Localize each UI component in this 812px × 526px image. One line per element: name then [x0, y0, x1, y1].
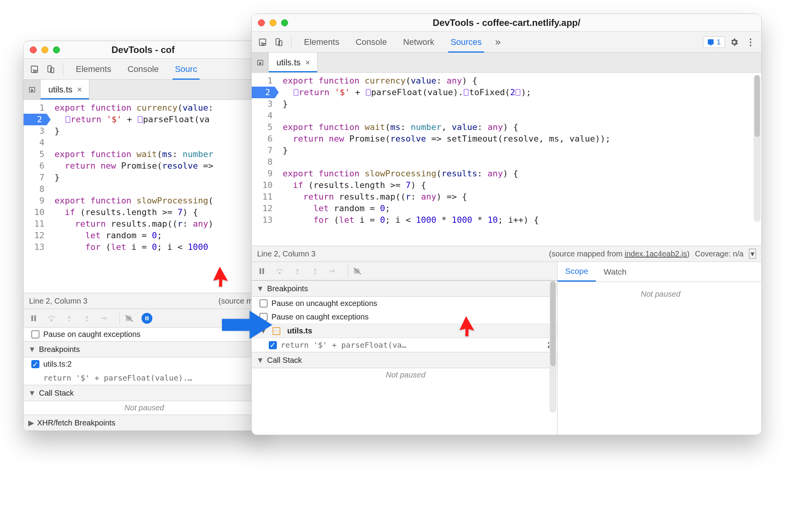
call-stack-header[interactable]: ▼Call Stack — [252, 352, 557, 368]
line-gutter[interactable]: 1 2 3 4 5 6 7 8 9 10 11 12 13 — [252, 73, 279, 246]
step-icon[interactable] — [99, 312, 111, 324]
svg-rect-10 — [145, 316, 147, 320]
step-over-icon[interactable] — [45, 312, 58, 324]
close-icon[interactable]: × — [305, 58, 310, 68]
navigator-toggle-icon[interactable] — [24, 80, 41, 99]
tab-elements[interactable]: Elements — [297, 32, 346, 53]
minimize-icon[interactable] — [41, 46, 48, 53]
breakpoint-marker[interactable]: 2 — [24, 114, 51, 125]
svg-point-9 — [102, 318, 103, 319]
gear-icon[interactable] — [727, 35, 741, 49]
line-gutter[interactable]: 1 2 3 4 5 6 7 8 9 10 11 12 13 — [24, 100, 51, 293]
step-icon[interactable] — [327, 265, 339, 277]
pause-on-caught-row[interactable]: Pause on caught exceptions — [252, 310, 557, 324]
svg-rect-4 — [31, 315, 33, 321]
svg-rect-11 — [147, 316, 148, 320]
pause-on-exceptions-icon[interactable] — [141, 312, 153, 324]
step-into-icon[interactable] — [291, 265, 304, 277]
devtools-toolbar: Elements Console Network Sources » 1 ⋮ — [252, 32, 761, 53]
svg-rect-5 — [34, 315, 36, 321]
file-tab-bar: utils.ts × — [24, 80, 263, 100]
device-icon[interactable] — [44, 62, 58, 76]
kebab-icon[interactable]: ⋮ — [744, 35, 757, 49]
navigator-toggle-icon[interactable] — [252, 53, 269, 72]
tab-sources[interactable]: Sources — [444, 32, 489, 53]
checkbox[interactable]: ✓ — [31, 360, 39, 368]
breakpoint-entry[interactable]: ✓ return '$' + parseFloat(va… 2 — [252, 338, 557, 352]
scope-watch-tabs: Scope Watch — [558, 262, 761, 282]
bp-file-row[interactable]: ▼ ⋯ utils.ts — [252, 324, 557, 338]
close-icon[interactable] — [30, 46, 37, 53]
titlebar[interactable]: DevTools - cof — [24, 41, 263, 59]
deactivate-breakpoints-icon[interactable] — [351, 265, 363, 277]
deactivate-breakpoints-icon[interactable] — [123, 312, 135, 324]
editor-status-bar: Line 2, Column 3 (source mapped from ind… — [252, 246, 761, 262]
cursor-position: Line 2, Column 3 — [29, 297, 87, 306]
inspect-icon[interactable] — [27, 62, 41, 76]
checkbox[interactable] — [31, 330, 39, 338]
cursor-position: Line 2, Column 3 — [257, 249, 316, 258]
step-out-icon[interactable] — [81, 312, 93, 324]
close-icon[interactable] — [258, 19, 265, 26]
breakpoints-header[interactable]: ▼Breakpoints — [252, 280, 557, 297]
svg-rect-16 — [259, 268, 261, 274]
issues-badge[interactable]: 1 — [703, 36, 725, 48]
maximize-icon[interactable] — [53, 46, 60, 53]
step-over-icon[interactable] — [273, 265, 286, 277]
breakpoint-marker[interactable]: 2 — [252, 87, 279, 98]
annotation-arrow-icon — [458, 315, 481, 338]
tab-console[interactable]: Console — [121, 59, 166, 80]
svg-point-20 — [314, 273, 316, 274]
step-out-icon[interactable] — [309, 265, 321, 277]
xhr-breakpoints-header[interactable]: ▶XHR/fetch Breakpoints — [24, 415, 263, 431]
tab-sources[interactable]: Sourc — [168, 59, 204, 80]
svg-point-21 — [330, 270, 331, 272]
call-stack-header[interactable]: ▼Call Stack — [24, 385, 263, 401]
tab-watch[interactable]: Watch — [596, 262, 634, 282]
traffic-lights — [30, 46, 60, 53]
code-editor[interactable]: 1 2 3 4 5 6 7 8 9 10 11 12 13 export fun… — [252, 73, 761, 246]
svg-rect-17 — [263, 268, 264, 274]
svg-point-18 — [279, 272, 280, 273]
device-icon[interactable] — [272, 35, 286, 49]
devtools-window-back: DevTools - cof Elements Console Sourc ut… — [23, 41, 263, 431]
close-icon[interactable]: × — [77, 85, 82, 95]
tab-scope[interactable]: Scope — [558, 262, 596, 282]
mapped-file-link[interactable]: index.1ac4eab2.js — [624, 249, 687, 258]
source-map-info: (source mapped from index.1ac4eab2.js) — [549, 249, 690, 258]
breakpoint-code: return '$' + parseFloat(value).… — [24, 371, 263, 385]
file-tab-label: utils.ts — [48, 85, 72, 95]
tab-elements[interactable]: Elements — [69, 59, 118, 80]
titlebar[interactable]: DevTools - coffee-cart.netlify.app/ — [252, 14, 761, 32]
inspect-icon[interactable] — [256, 35, 270, 49]
pause-icon[interactable] — [27, 312, 40, 324]
expand-icon[interactable]: ▾ — [749, 249, 756, 259]
pause-icon[interactable] — [256, 265, 268, 277]
more-tabs-icon[interactable]: » — [491, 35, 505, 49]
pause-on-uncaught-row[interactable]: Pause on uncaught exceptions — [252, 297, 557, 310]
svg-point-7 — [68, 320, 70, 321]
svg-point-19 — [297, 273, 298, 274]
tab-console[interactable]: Console — [349, 32, 394, 53]
issue-icon — [707, 39, 714, 46]
code-content[interactable]: export function currency(value: return '… — [51, 100, 263, 293]
scope-not-paused: Not paused — [558, 282, 761, 301]
not-paused-label: Not paused — [24, 401, 263, 415]
code-editor[interactable]: 1 2 3 4 5 6 7 8 9 10 11 12 13 export fun… — [24, 100, 263, 293]
scrollbar[interactable] — [754, 75, 761, 222]
maximize-icon[interactable] — [281, 19, 288, 26]
code-content[interactable]: export function currency(value: any) { r… — [279, 73, 761, 246]
debugger-right-pane: Scope Watch Not paused — [558, 262, 761, 435]
file-tab-utils[interactable]: utils.ts × — [41, 80, 89, 99]
step-into-icon[interactable] — [63, 312, 75, 324]
scrollbar[interactable] — [549, 281, 556, 413]
file-tab-utils[interactable]: utils.ts × — [269, 53, 317, 72]
annotation-arrow-icon — [212, 265, 235, 289]
js-file-icon: ⋯ — [273, 327, 280, 335]
breakpoint-item[interactable]: ✓ utils.ts:2 — [24, 357, 263, 371]
traffic-lights — [258, 19, 288, 26]
minimize-icon[interactable] — [270, 19, 276, 26]
tab-network[interactable]: Network — [396, 32, 441, 53]
window-title: DevTools - cof — [111, 44, 175, 55]
annotation-big-arrow-icon — [222, 306, 272, 344]
